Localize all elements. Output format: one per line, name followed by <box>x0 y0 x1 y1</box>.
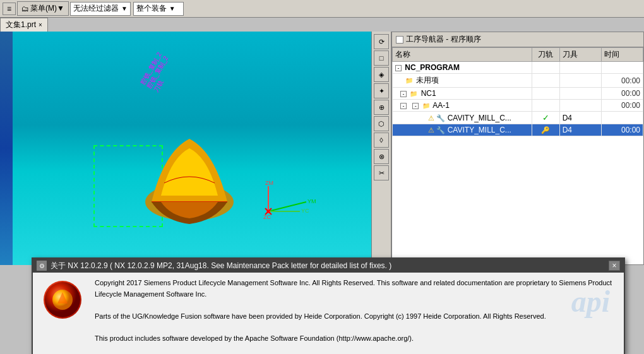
dialog-titlebar: ⚙ 关于 NX 12.0.2.9 ( NX 12.0.2.9 MP2, 31Au… <box>33 259 624 273</box>
nx-logo-container <box>40 278 85 322</box>
dialog-title: 关于 NX 12.0.2.9 ( NX 12.0.2.9 MP2, 31Aug1… <box>51 261 391 271</box>
nx-logo <box>44 281 81 319</box>
dialog-line1: Copyright 2017 Siemens Product Lifecycle… <box>95 278 616 300</box>
about-dialog: ⚙ 关于 NX 12.0.2.9 ( NX 12.0.2.9 MP2, 31Au… <box>32 257 625 354</box>
dialog-title-icon: ⚙ <box>37 261 47 271</box>
dialog-body: Copyright 2017 Siemens Product Lifecycle… <box>33 273 624 350</box>
dialog-close-button[interactable]: × <box>609 261 620 271</box>
dialog-text-area: Copyright 2017 Siemens Product Lifecycle… <box>95 278 616 345</box>
close-icon: × <box>612 261 616 270</box>
logo-svg <box>44 281 81 319</box>
dialog-line3: This product includes software developed… <box>95 333 616 345</box>
dialog-overlay: ⚙ 关于 NX 12.0.2.9 ( NX 12.0.2.9 MP2, 31Au… <box>0 0 644 354</box>
dialog-line2: Parts of the UG/Knowledge Fusion softwar… <box>95 311 616 322</box>
dialog-text: Copyright 2017 Siemens Product Lifecycle… <box>95 278 616 345</box>
